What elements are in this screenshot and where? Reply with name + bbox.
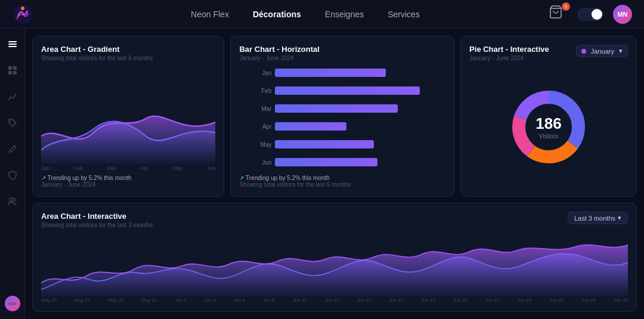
pie-interactive-card: Pie Chart - Interactive January - June 2… (460, 36, 637, 197)
area-gradient-title: Area Chart - Gradient (41, 45, 215, 54)
svg-rect-4 (8, 44, 17, 45)
svg-point-12 (14, 199, 16, 201)
bar-fill-jun (275, 158, 377, 166)
user-avatar[interactable]: MN (613, 5, 632, 24)
users-icon (8, 197, 17, 206)
chart-icon (8, 92, 17, 101)
dashboard-icon (8, 66, 17, 75)
pie-dropdown-label: January (591, 48, 614, 55)
svg-rect-3 (8, 41, 17, 42)
pie-dropdown-dot (581, 49, 586, 54)
pie-center-value: 186 (535, 114, 561, 133)
time-dropdown-label: Last 3 months (574, 215, 615, 222)
area-interactive-titles: Area Chart - Interactive Showing total v… (41, 212, 153, 233)
area-gradient-card: Area Chart - Gradient Showing total visi… (32, 36, 224, 197)
bar-row-may: May (257, 138, 445, 151)
sidebar-item-shield[interactable] (4, 167, 21, 184)
svg-rect-5 (8, 46, 17, 47)
bar-fill-apr (275, 122, 346, 131)
bar-fill-mar (275, 104, 398, 113)
svg-point-11 (10, 198, 13, 202)
pie-subtitle: January - June 2024 (469, 55, 549, 61)
bar-horizontal-period: Showing total visitors for the last 6 mo… (239, 181, 445, 188)
sidebar-avatar: MN (5, 296, 20, 311)
menu-icon (8, 39, 17, 49)
nav-neon-flex[interactable]: Neon Flex (191, 10, 229, 19)
theme-toggle[interactable] (577, 8, 603, 21)
logo-icon (12, 4, 33, 25)
bar-horizontal-subtitle: January - June 2024 (239, 55, 445, 61)
main-layout: MN Area Chart - Gradient Showing total v… (0, 29, 644, 319)
bar-horizontal-footer: ↗ Trending up by 5.2% this month Showing… (239, 175, 445, 188)
time-dropdown[interactable]: Last 3 months ▾ (568, 212, 628, 224)
sidebar-item-profile[interactable]: MN (4, 295, 21, 312)
svg-rect-9 (13, 71, 17, 75)
svg-point-10 (10, 120, 11, 122)
sidebar-item-tag[interactable] (4, 114, 21, 131)
svg-rect-7 (13, 66, 17, 70)
cart-icon (549, 5, 563, 19)
area-interactive-title: Area Chart - Interactive (41, 212, 153, 221)
sidebar-item-users[interactable] (4, 193, 21, 210)
pie-center-label: Visitors (535, 133, 561, 140)
area-gradient-period: January - June 2024 (41, 181, 215, 188)
area-interactive-header: Area Chart - Interactive Showing total v… (41, 212, 628, 233)
bar-row-jan: Jan (257, 66, 445, 79)
bar-horizontal-title: Bar Chart - Horizontal (239, 45, 445, 54)
sidebar: MN (0, 29, 25, 319)
chevron-down-icon-2: ▾ (618, 214, 621, 222)
pie-titles: Pie Chart - Interactive January - June 2… (469, 45, 549, 66)
top-navigation: Neon Flex Décorations Enseignes Services… (0, 0, 644, 29)
pie-title: Pie Chart - Interactive (469, 45, 549, 54)
nav-enseignes[interactable]: Enseignes (325, 10, 364, 19)
area-gradient-footer: ↗ Trending up by 5.2% this month January… (41, 175, 215, 188)
area-interactive-x-axis: May 25 May 27 May 29 May 31 Jun 2 Jun 4 … (41, 296, 628, 303)
bar-fill-may (275, 140, 374, 148)
chevron-down-icon: ▾ (619, 47, 623, 55)
pie-header: Pie Chart - Interactive January - June 2… (469, 45, 628, 66)
tag-icon (8, 118, 17, 128)
trending-text-1: ↗ Trending up by 5.2% this month (41, 175, 215, 181)
cart-button[interactable]: 5 (549, 5, 568, 24)
main-content: Area Chart - Gradient Showing total visi… (25, 29, 644, 319)
area-gradient-x-axis: Jan Feb Mar Apr May Jun (41, 165, 215, 171)
nav-links: Neon Flex Décorations Enseignes Services (62, 10, 549, 19)
area-gradient-subtitle: Showing total visitors for the last 6 mo… (41, 55, 215, 61)
bar-horizontal-card: Bar Chart - Horizontal January - June 20… (230, 36, 454, 197)
sidebar-item-chart[interactable] (4, 88, 21, 105)
bar-fill-feb (275, 86, 420, 95)
nav-decorations[interactable]: Décorations (253, 10, 301, 19)
pen-icon (8, 144, 17, 154)
bar-fill-jan (275, 69, 386, 77)
area-gradient-svg (41, 66, 215, 164)
area-interactive-card: Area Chart - Interactive Showing total v… (32, 203, 637, 312)
sidebar-item-pen[interactable] (4, 141, 21, 157)
pie-chart: 186 Visitors (507, 85, 590, 169)
bottom-charts-row: Area Chart - Interactive Showing total v… (32, 203, 637, 312)
sidebar-item-dashboard[interactable] (4, 62, 21, 79)
shield-icon (8, 171, 17, 180)
pie-center: 186 Visitors (535, 114, 561, 140)
toggle-knob (592, 9, 602, 20)
top-charts-row: Area Chart - Gradient Showing total visi… (32, 36, 637, 197)
bar-row-mar: Mar (257, 102, 445, 115)
bar-chart-area: Jan Feb Mar Apr (239, 66, 445, 171)
sidebar-item-menu[interactable] (4, 36, 21, 52)
logo[interactable] (12, 4, 38, 25)
bar-row-jun: Jun (257, 156, 445, 169)
nav-right: 5 MN (549, 5, 632, 24)
svg-rect-6 (8, 66, 12, 70)
svg-point-1 (21, 7, 24, 10)
area-interactive-subtitle: Showing total visitors for the last 3 mo… (41, 222, 153, 228)
bar-row-feb: Feb (257, 84, 445, 97)
area-interactive-svg (41, 236, 628, 296)
pie-container: 186 Visitors (469, 66, 628, 188)
nav-services[interactable]: Services (388, 10, 420, 19)
bar-row-apr: Apr (257, 120, 445, 133)
cart-badge: 5 (562, 2, 570, 11)
svg-rect-8 (8, 71, 12, 75)
pie-dropdown[interactable]: January ▾ (576, 45, 628, 57)
trending-text-2: ↗ Trending up by 5.2% this month (239, 175, 445, 181)
